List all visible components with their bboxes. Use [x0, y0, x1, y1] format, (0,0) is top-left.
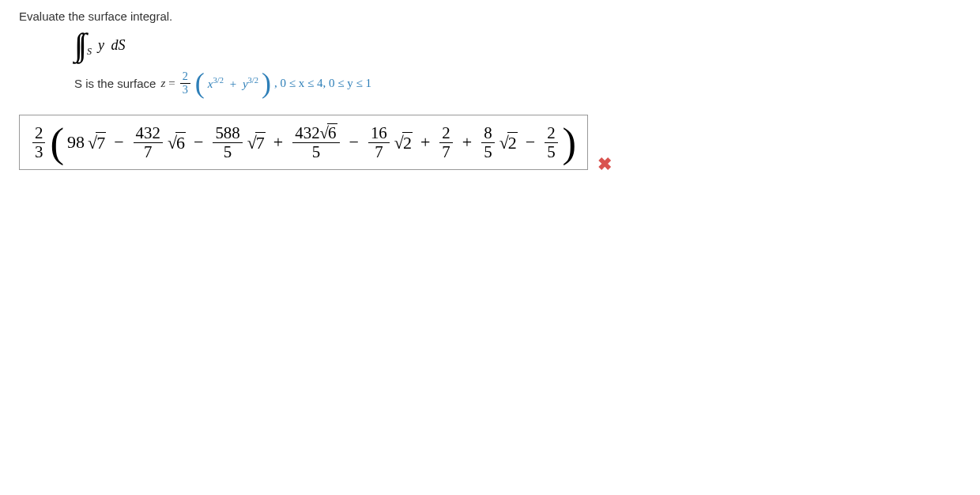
t5-rad: 2: [402, 132, 413, 153]
term1-base: x: [208, 77, 213, 90]
t1-rad: 7: [96, 132, 106, 153]
integrand-var: y: [98, 37, 104, 53]
integrand-diff: dS: [111, 37, 125, 53]
t8-num: 2: [545, 124, 557, 143]
plus-3: +: [462, 132, 472, 153]
surface-prefix: S is the surface: [74, 77, 156, 90]
incorrect-icon: ✖: [597, 154, 612, 175]
lead-num: 2: [32, 124, 45, 143]
plus-2: +: [420, 132, 430, 153]
t4-num-coef: 432: [295, 123, 319, 142]
t7-den: 5: [481, 143, 494, 161]
plus-sign: +: [230, 77, 236, 90]
t1-coef: 98: [67, 132, 85, 153]
double-integral-icon: ∫∫: [74, 31, 82, 59]
t3-den: 5: [221, 143, 234, 161]
term2-base: y: [243, 77, 248, 90]
t5-num: 16: [368, 124, 390, 143]
close-paren: ): [262, 72, 271, 95]
plus-1: +: [273, 132, 283, 153]
t7-num: 8: [481, 124, 494, 143]
t6-den: 7: [439, 143, 452, 161]
open-paren: (: [195, 72, 205, 95]
surface-var: z: [160, 77, 165, 90]
bounds: , 0 ≤ x ≤ 4, 0 ≤ y ≤ 1: [274, 77, 371, 90]
coeff-num: 2: [180, 70, 190, 84]
t4-num-rad: 6: [327, 123, 337, 142]
lead-den: 3: [32, 143, 45, 161]
t5-den: 7: [372, 143, 385, 161]
surface-definition: S is the surface z = 2 3 ( x3/2 + y3/2 )…: [74, 70, 961, 96]
t4-den: 5: [310, 143, 322, 161]
question-prompt: Evaluate the surface integral.: [19, 9, 961, 23]
coeff-den: 3: [180, 84, 190, 96]
t2-num: 432: [134, 124, 163, 143]
answer-expression: 2 3 ( 98√7 − 432 7 √6 − 588 5 √7 + 432√6…: [31, 123, 576, 161]
answer-input[interactable]: 2 3 ( 98√7 − 432 7 √6 − 588 5 √7 + 432√6…: [19, 115, 588, 170]
t7-rad: 2: [507, 132, 518, 153]
minus-2: −: [194, 132, 203, 153]
ans-open-paren: (: [50, 126, 64, 159]
t8-den: 5: [545, 143, 557, 161]
t3-rad: 7: [255, 132, 266, 153]
term2-exp: 3/2: [248, 76, 258, 85]
integral-region: S: [87, 46, 92, 58]
minus-4: −: [526, 132, 535, 153]
t6-num: 2: [439, 124, 452, 143]
minus-3: −: [349, 132, 359, 153]
t3-num: 588: [213, 124, 242, 143]
minus-1: −: [114, 132, 123, 153]
t2-den: 7: [141, 143, 154, 161]
ans-close-paren: ): [563, 126, 577, 159]
integral-expression: ∫∫ S y dS: [74, 31, 961, 59]
term1-exp: 3/2: [213, 76, 224, 85]
t2-rad: 6: [175, 132, 186, 153]
equals-sign: =: [168, 77, 175, 90]
